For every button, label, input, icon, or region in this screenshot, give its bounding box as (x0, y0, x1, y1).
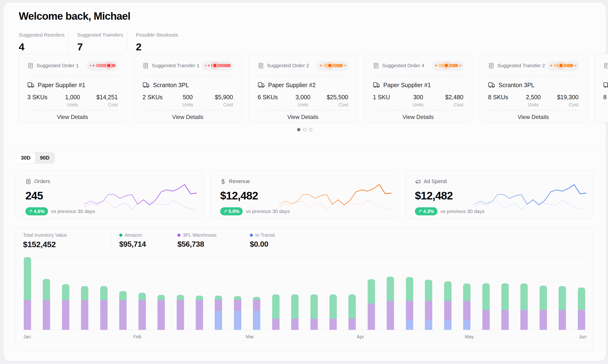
summary-stats: Suggested Reorders 4 Suggested Transfers… (19, 32, 178, 53)
kpi-label: Ad Spend (424, 178, 447, 184)
kpi-change-badge: ↗4.6% (26, 207, 48, 215)
inventory-bar (215, 296, 222, 330)
inventory-bar (139, 293, 146, 330)
inventory-bar (119, 291, 127, 330)
units-label: Units (528, 102, 539, 108)
suggestion-card: Suggested Transfer 1Scranton 3PL2 SKUs50… (134, 54, 242, 123)
inventory-bar (406, 277, 413, 330)
suggestion-card: Suggested Order 1Paper Supplier #13 SKUs… (19, 54, 127, 123)
stat-value: 2 (136, 41, 178, 53)
range-option-90d[interactable]: 90D (35, 152, 54, 163)
urgency-dot-icon (93, 65, 94, 66)
urgency-knob[interactable] (327, 63, 333, 68)
kpi-sparkline (474, 182, 586, 212)
dashed-divider (142, 75, 233, 76)
inventory-bar (559, 286, 566, 330)
bar-segment-3pl-warehouse (177, 300, 184, 330)
urgency-knob[interactable] (558, 63, 564, 68)
supplier-name: Paper Supplier #1 (383, 82, 431, 89)
urgency-track (96, 64, 116, 67)
cost-label: Cost (223, 102, 233, 108)
month-label: Mar (246, 334, 254, 339)
inventory-bar (24, 257, 31, 330)
inventory-bar (425, 280, 432, 330)
inventory-bar (444, 281, 452, 330)
view-details-button[interactable]: View Details (258, 114, 348, 120)
dashed-divider (142, 110, 233, 110)
bar-segment-in-transit (425, 320, 432, 330)
kpi-label: Revenue (229, 178, 250, 184)
inventory-bar (329, 294, 337, 330)
kpi-row: Orders 245 ↗4.6% vs previous 30 days Rev… (16, 170, 593, 219)
cost-value: $25,500 (327, 94, 348, 101)
receipt-icon (27, 63, 34, 69)
bar-segment-amazon (119, 291, 127, 300)
truck-icon (488, 81, 495, 89)
inventory-bar (501, 283, 509, 330)
urgency-knob[interactable] (444, 63, 449, 68)
legend-value: $0.00 (250, 240, 275, 249)
suggestion-title: Suggested Order 1 (37, 63, 79, 68)
suggestion-card: Suggested Order 4Paper Supplier #11 SKU3… (364, 54, 472, 123)
bar-segment-3pl-warehouse (215, 300, 222, 311)
urgency-slider[interactable] (318, 61, 348, 70)
kpi-change-badge: ↗4.3% (415, 207, 438, 215)
urgency-slider[interactable] (433, 61, 463, 70)
truck-icon (603, 81, 608, 89)
unit-count: 2,500 (526, 94, 541, 101)
bar-segment-in-transit (406, 320, 413, 330)
trend-up-icon: ↗ (29, 209, 32, 214)
urgency-knob[interactable] (212, 63, 218, 68)
bar-segment-3pl-warehouse (482, 310, 490, 330)
carousel-dot[interactable] (309, 128, 312, 131)
units-label: Units (298, 102, 309, 108)
x-axis-baseline (23, 330, 586, 330)
urgency-slider[interactable] (87, 61, 118, 70)
bar-segment-amazon (62, 284, 69, 300)
cost-value: $14,251 (96, 94, 118, 101)
urgency-dot-icon (90, 65, 91, 66)
inventory-bar (368, 279, 375, 330)
view-details-button[interactable]: View Details (142, 114, 233, 120)
kpi-card-orders: Orders 245 ↗4.6% vs previous 30 days (16, 170, 203, 219)
urgency-slider[interactable] (203, 61, 233, 70)
cost-label: Cost (454, 102, 463, 108)
inventory-bar (253, 297, 260, 330)
stat-label: Possible Stockouts (136, 32, 178, 38)
dashed-divider (603, 103, 608, 104)
kpi-sparkline (280, 182, 391, 212)
view-details-button[interactable]: View Details (373, 114, 463, 120)
bar-segment-3pl-warehouse (540, 310, 547, 330)
truck-icon (373, 81, 380, 89)
inventory-bar (272, 294, 280, 330)
month-label: Apr (357, 334, 364, 339)
bar-segment-amazon (349, 294, 356, 319)
bar-segment-amazon (196, 296, 203, 300)
carousel-dot[interactable] (303, 128, 306, 131)
urgency-slider[interactable] (548, 61, 579, 70)
bar-segment-amazon (387, 277, 394, 301)
bar-segment-in-transit (215, 311, 222, 330)
urgency-knob[interactable] (106, 63, 111, 68)
legend-amazon: Amazon $95,714 (119, 233, 146, 249)
bar-segment-3pl-warehouse (196, 300, 203, 330)
carousel-dot[interactable] (297, 128, 300, 131)
inventory-bar (482, 283, 490, 330)
bar-segment-amazon (100, 286, 108, 300)
bar-segment-3pl-warehouse (463, 301, 470, 320)
bar-segment-amazon (463, 284, 470, 301)
units-label: Units (67, 102, 78, 108)
bar-segment-amazon (177, 295, 184, 300)
unit-count: 3,000 (296, 94, 310, 101)
urgency-track (211, 64, 231, 67)
inventory-bar (520, 284, 528, 330)
range-option-30d[interactable]: 30D (16, 152, 35, 163)
inventory-bar (43, 279, 50, 330)
view-details-button[interactable]: View Details (27, 114, 118, 120)
view-details-button[interactable]: View Details (488, 114, 579, 120)
bar-segment-3pl-warehouse (24, 300, 31, 330)
inventory-bar (349, 294, 356, 330)
inventory-bar (81, 286, 88, 330)
date-range-toggle: 30D 90D (16, 152, 55, 164)
bar-segment-amazon (578, 287, 585, 310)
